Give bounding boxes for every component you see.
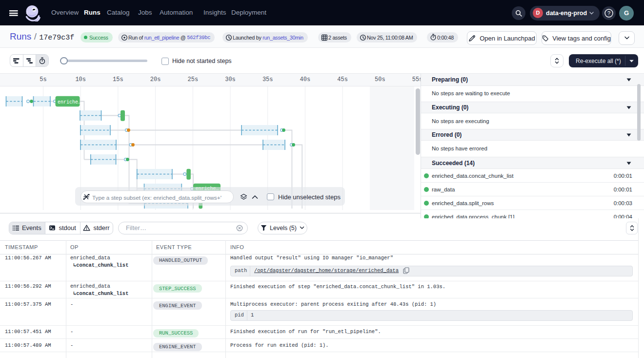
svg-text:?: ? [607, 10, 610, 16]
svg-text:enriche…: enriche… [58, 100, 81, 105]
